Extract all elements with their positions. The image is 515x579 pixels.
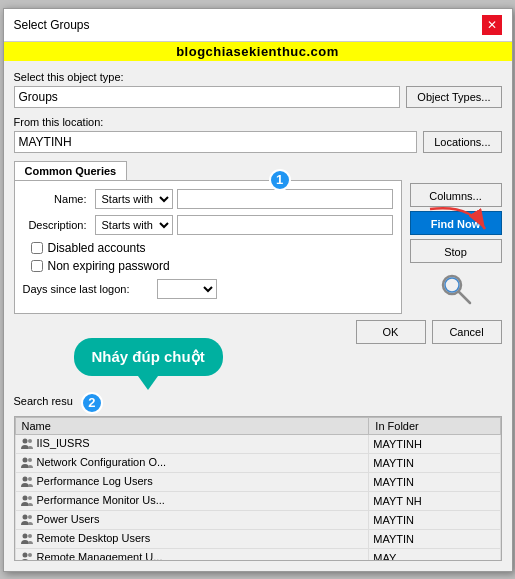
svg-point-1 xyxy=(445,278,459,292)
cell-folder: MAY xyxy=(369,549,500,561)
svg-point-14 xyxy=(22,534,27,539)
cell-folder: MAYTIN xyxy=(369,529,500,548)
table-row[interactable]: Performance Log UsersMAYTIN xyxy=(15,472,500,491)
non-expiring-label: Non expiring password xyxy=(48,259,170,273)
days-logon-row: Days since last logon: xyxy=(23,279,393,299)
badge-1: 1 xyxy=(269,169,291,191)
user-group-icon xyxy=(20,513,34,527)
svg-point-6 xyxy=(22,457,27,462)
description-input[interactable] xyxy=(177,215,393,235)
svg-point-16 xyxy=(22,553,27,558)
title-bar: Select Groups ✕ xyxy=(4,9,512,42)
table-row[interactable]: Network Configuration O...MAYTIN xyxy=(15,453,500,472)
watermark-banner: blogchiasekienthuc.com xyxy=(4,42,512,61)
cell-folder: MAYTIN xyxy=(369,472,500,491)
svg-point-9 xyxy=(28,477,32,481)
cancel-button[interactable]: Cancel xyxy=(432,320,502,344)
results-label: Search resu xyxy=(14,395,73,407)
tab-section: Common Queries 1 Name: Starts with Is ex… xyxy=(14,161,502,314)
svg-point-7 xyxy=(28,458,32,462)
right-buttons: Columns... Find Now Stop xyxy=(402,161,502,314)
tab-header: Common Queries xyxy=(14,161,402,180)
object-type-input[interactable] xyxy=(14,86,401,108)
columns-button[interactable]: Columns... xyxy=(410,183,502,207)
cell-name: Power Users xyxy=(15,510,369,529)
stop-button[interactable]: Stop xyxy=(410,239,502,263)
col-name-header: Name xyxy=(15,417,369,434)
col-folder-header: In Folder xyxy=(369,417,500,434)
object-types-button[interactable]: Object Types... xyxy=(406,86,501,108)
svg-line-2 xyxy=(459,292,470,303)
cell-name: Network Configuration O... xyxy=(15,453,369,472)
cell-name: Remote Management U... xyxy=(15,549,369,561)
bubble-text: Nháy đúp chuột xyxy=(92,348,205,365)
table-row[interactable]: Remote Management U...MAY xyxy=(15,549,500,561)
dialog-title: Select Groups xyxy=(14,18,90,32)
user-group-icon xyxy=(20,551,34,560)
bubble-container: Nháy đúp chuột xyxy=(14,348,502,388)
results-container[interactable]: Name In Folder IIS_IUSRSMAYTINHNetwork C… xyxy=(14,416,502,561)
days-logon-select[interactable] xyxy=(157,279,217,299)
disabled-accounts-row: Disabled accounts xyxy=(31,241,393,255)
svg-point-4 xyxy=(22,438,27,443)
svg-point-11 xyxy=(28,496,32,500)
table-row[interactable]: Performance Monitor Us...MAYT NH xyxy=(15,491,500,510)
name-filter-select[interactable]: Starts with Is exactly xyxy=(95,189,173,209)
watermark-text: blogchiasekienthuc.com xyxy=(176,44,339,59)
description-label: Description: xyxy=(23,219,91,231)
tab-panel-container: Common Queries 1 Name: Starts with Is ex… xyxy=(14,161,402,314)
name-form-row: Name: Starts with Is exactly xyxy=(23,189,393,209)
user-group-icon xyxy=(20,437,34,451)
user-group-icon xyxy=(20,494,34,508)
badge-1-container: 1 xyxy=(269,169,291,191)
name-label: Name: xyxy=(23,193,91,205)
table-row[interactable]: Remote Desktop UsersMAYTIN xyxy=(15,529,500,548)
search-icon-container xyxy=(410,271,502,307)
non-expiring-checkbox[interactable] xyxy=(31,260,43,272)
location-input[interactable] xyxy=(14,131,418,153)
object-type-row: Object Types... xyxy=(14,86,502,108)
svg-point-5 xyxy=(28,439,32,443)
svg-point-12 xyxy=(22,514,27,519)
close-button[interactable]: ✕ xyxy=(482,15,502,35)
annotation-bubble: Nháy đúp chuột xyxy=(74,338,223,376)
find-now-button[interactable]: Find Now xyxy=(410,211,502,235)
svg-point-8 xyxy=(22,476,27,481)
description-form-row: Description: Starts with Is exactly xyxy=(23,215,393,235)
search-magnifier-icon xyxy=(438,271,474,307)
user-group-icon xyxy=(20,456,34,470)
locations-button[interactable]: Locations... xyxy=(423,131,501,153)
tab-common-queries[interactable]: Common Queries xyxy=(14,161,128,180)
location-label: From this location: xyxy=(14,116,502,128)
svg-point-13 xyxy=(28,515,32,519)
badge-2: 2 xyxy=(81,392,103,414)
results-header: Search resu 2 xyxy=(14,392,502,414)
svg-point-17 xyxy=(28,553,32,557)
dialog-body: Select this object type: Object Types...… xyxy=(4,61,512,571)
cell-folder: MAYT NH xyxy=(369,491,500,510)
location-row: Locations... xyxy=(14,131,502,153)
results-table: Name In Folder IIS_IUSRSMAYTINHNetwork C… xyxy=(15,417,501,561)
description-filter-select[interactable]: Starts with Is exactly xyxy=(95,215,173,235)
cell-name: Remote Desktop Users xyxy=(15,529,369,548)
svg-point-10 xyxy=(22,495,27,500)
user-group-icon xyxy=(20,532,34,546)
non-expiring-row: Non expiring password xyxy=(31,259,393,273)
cell-name: Performance Log Users xyxy=(15,472,369,491)
svg-point-15 xyxy=(28,534,32,538)
ok-button[interactable]: OK xyxy=(356,320,426,344)
disabled-accounts-checkbox[interactable] xyxy=(31,242,43,254)
user-group-icon xyxy=(20,475,34,489)
cell-name: IIS_IUSRS xyxy=(15,434,369,453)
disabled-accounts-label: Disabled accounts xyxy=(48,241,146,255)
cell-folder: MAYTIN xyxy=(369,453,500,472)
table-row[interactable]: IIS_IUSRSMAYTINH xyxy=(15,434,500,453)
table-row[interactable]: Power UsersMAYTIN xyxy=(15,510,500,529)
tab-content: 1 Name: Starts with Is exactly Descripti… xyxy=(14,180,402,314)
cell-name: Performance Monitor Us... xyxy=(15,491,369,510)
select-groups-dialog: Select Groups ✕ blogchiasekienthuc.com S… xyxy=(3,8,513,572)
name-input[interactable] xyxy=(177,189,393,209)
days-logon-label: Days since last logon: xyxy=(23,283,153,295)
cell-folder: MAYTIN xyxy=(369,510,500,529)
cell-folder: MAYTINH xyxy=(369,434,500,453)
